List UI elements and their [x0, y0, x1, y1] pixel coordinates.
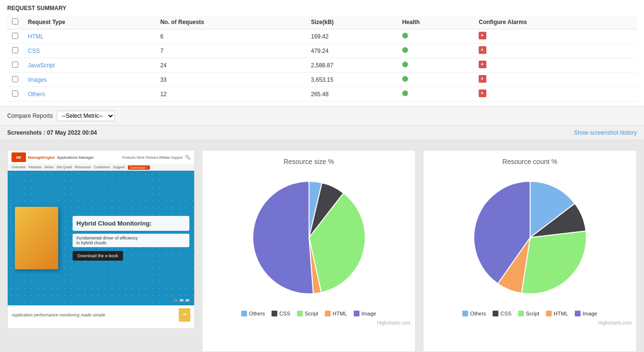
legend-swatch: [546, 311, 552, 316]
alarm-icon[interactable]: [479, 75, 486, 83]
resource-count-svg: [468, 175, 593, 300]
show-screenshot-history-link[interactable]: Show screenshot history: [574, 129, 637, 136]
legend-item: Others: [241, 311, 265, 316]
alarm-icon[interactable]: [479, 46, 486, 54]
row-health: [397, 73, 474, 87]
legend-label: Script: [305, 311, 318, 316]
health-dot: [402, 33, 408, 38]
row-requests: 33: [155, 73, 306, 87]
legend-item: Script: [297, 311, 318, 316]
row-type: Others: [23, 87, 155, 101]
legend-swatch: [272, 311, 277, 316]
legend-label: Image: [582, 311, 597, 316]
resource-count-legend: Others CSS Script HTML Image: [462, 311, 597, 316]
legend-item: HTML: [546, 311, 568, 316]
legend-label: Image: [361, 311, 376, 316]
row-requests: 24: [155, 58, 306, 73]
legend-label: Others: [470, 311, 486, 316]
request-type-link[interactable]: Images: [28, 76, 47, 83]
legend-item: Image: [354, 311, 376, 316]
resource-size-legend: Others CSS Script HTML Image: [241, 311, 376, 316]
health-dot: [402, 76, 408, 82]
legend-item: Image: [575, 311, 597, 316]
legend-label: HTML: [554, 311, 568, 316]
row-type: CSS: [23, 44, 155, 58]
resource-size-title: Resource size %: [284, 158, 334, 165]
row-size: 3,653.15: [306, 73, 397, 87]
row-checkbox[interactable]: [12, 47, 18, 53]
legend-label: Others: [249, 311, 265, 316]
legend-item: Others: [462, 311, 486, 316]
row-size: 479.24: [306, 44, 397, 58]
resource-count-title: Resource count %: [502, 158, 557, 165]
request-summary-section: REQUEST SUMMARY Request Type No. of Requ…: [0, 0, 644, 107]
row-health: [397, 29, 474, 44]
legend-swatch: [518, 311, 524, 316]
screenshot-panel: ME ManageEngine Applications Manager Pro…: [7, 150, 195, 329]
alarm-icon[interactable]: [479, 61, 486, 68]
health-dot: [402, 90, 408, 96]
legend-swatch: [297, 311, 303, 316]
request-type-link[interactable]: CSS: [28, 48, 40, 54]
legend-swatch: [575, 311, 581, 316]
col-health: Health: [397, 15, 474, 29]
resource-size-svg: [247, 175, 372, 300]
col-configure-alarms: Configure Alarms: [474, 15, 637, 29]
resource-count-pie: [468, 175, 593, 300]
row-checkbox-cell: [7, 87, 23, 101]
fake-app-name: Applications Manager: [57, 155, 94, 160]
fake-logo: ManageEngine: [28, 155, 55, 160]
request-type-link[interactable]: JavaScript: [28, 62, 55, 69]
compare-reports-bar: Compare Reports --Select Metric-- No. of…: [0, 107, 644, 126]
row-requests: 7: [155, 44, 306, 58]
legend-label: CSS: [279, 311, 290, 316]
col-request-type: Request Type: [23, 15, 155, 29]
legend-swatch: [325, 311, 331, 316]
pie-slice[interactable]: [253, 181, 313, 294]
fake-site: ME ManageEngine Applications Manager Pro…: [8, 151, 194, 328]
table-row: JavaScript 24 2,588.87: [7, 58, 637, 73]
row-checkbox[interactable]: [12, 62, 18, 68]
legend-swatch: [354, 311, 359, 316]
row-type: Images: [23, 73, 155, 87]
health-dot: [402, 62, 408, 67]
fake-site-footer: Application performance monitoring made …: [8, 305, 194, 325]
row-checkbox-cell: [7, 29, 23, 44]
fake-download-btn: Download the e-book: [73, 251, 123, 261]
row-checkbox-cell: [7, 58, 23, 73]
row-checkbox[interactable]: [12, 33, 18, 39]
alarm-icon[interactable]: [479, 32, 486, 39]
fake-subnav: Overview Features Demo Get Quote Resourc…: [8, 164, 194, 171]
table-row: HTML 6 169.42: [7, 29, 637, 44]
pie-slice[interactable]: [521, 231, 586, 294]
select-all-checkbox[interactable]: [12, 18, 18, 25]
row-checkbox[interactable]: [12, 76, 18, 82]
legend-swatch: [493, 311, 498, 316]
highcharts-credit-2: Highcharts.com: [598, 320, 632, 326]
legend-label: HTML: [333, 311, 347, 316]
col-checkbox: [7, 15, 23, 29]
fake-site-text: Hybrid Cloud Monitoring: Fundamental dri…: [68, 211, 194, 265]
select-metric-dropdown[interactable]: --Select Metric-- No. of Requests Size(k…: [57, 111, 115, 121]
row-size: 265.48: [306, 87, 397, 101]
row-alarms: [474, 29, 637, 44]
legend-swatch: [462, 311, 468, 316]
request-type-link[interactable]: Others: [28, 91, 45, 98]
row-alarms: [474, 58, 637, 73]
nav-dots: [174, 299, 189, 302]
row-checkbox[interactable]: [12, 90, 18, 97]
table-row: CSS 7 479.24: [7, 44, 637, 58]
compare-reports-label: Compare Reports: [7, 113, 53, 119]
fake-site-header: ME ManageEngine Applications Manager Pro…: [8, 151, 194, 164]
request-type-link[interactable]: HTML: [28, 33, 44, 40]
alarm-icon[interactable]: [479, 89, 486, 97]
table-row: Images 33 3,653.15: [7, 73, 637, 87]
legend-item: Script: [518, 311, 539, 316]
legend-item: CSS: [493, 311, 511, 316]
charts-row: ME ManageEngine Applications Manager Pro…: [7, 150, 637, 352]
row-size: 2,588.87: [306, 58, 397, 73]
legend-swatch: [241, 311, 247, 316]
legend-label: Script: [526, 311, 539, 316]
row-checkbox-cell: [7, 44, 23, 58]
row-size: 169.42: [306, 29, 397, 44]
